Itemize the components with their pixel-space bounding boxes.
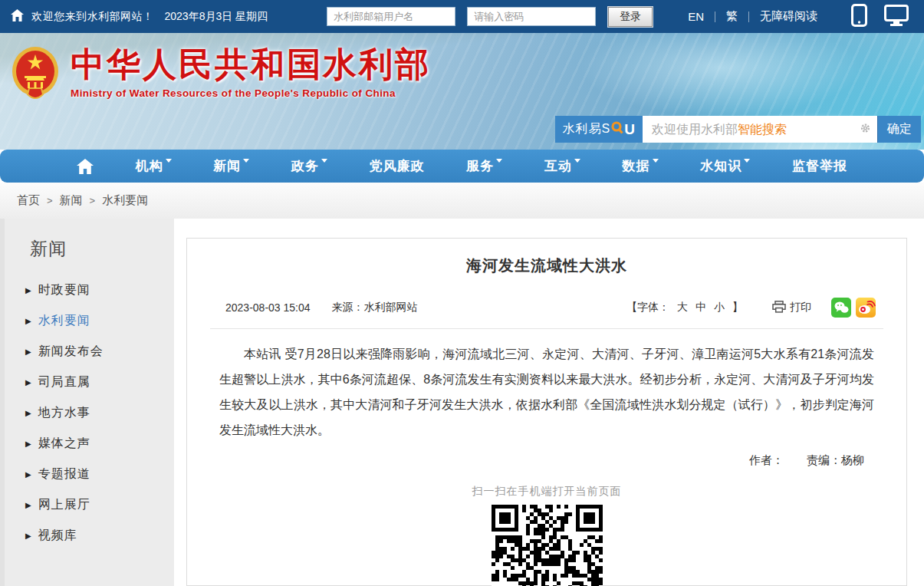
breadcrumb: 首页 > 新闻 > 水利要闻 [0, 183, 924, 219]
article-datetime: 2023-08-03 15:04 [225, 301, 311, 314]
qr-code [492, 505, 603, 586]
triangle-icon: ▶ [25, 532, 31, 540]
mobile-icon[interactable] [851, 4, 867, 29]
chevron-down-icon [574, 159, 580, 163]
sidebar-item-video-library[interactable]: ▶视频库 [25, 520, 174, 551]
nav-item-party[interactable]: 党风廉政 [370, 157, 425, 175]
sidebar-item-online-gallery[interactable]: ▶网上展厅 [25, 489, 174, 520]
qr-caption: 扫一扫在手机端打开当前页面 [187, 485, 906, 499]
sidebar-item-water-news[interactable]: ▶水利要闻 [25, 305, 174, 336]
triangle-icon: ▶ [25, 347, 31, 356]
search-input[interactable] [643, 116, 877, 143]
chevron-down-icon [653, 159, 659, 163]
national-emblem-logo [11, 45, 60, 104]
gear-icon[interactable] [860, 122, 871, 137]
welcome-text: 欢迎您来到水利部网站！ [31, 10, 154, 24]
meta-divider [210, 328, 883, 329]
article-title: 海河发生流域性大洪水 [187, 255, 906, 276]
article-source: 来源：水利部网站 [332, 301, 418, 314]
triangle-icon: ▶ [25, 501, 31, 509]
nav-item-data[interactable]: 数据 [623, 157, 659, 175]
nav-item-orgs[interactable]: 机构 [136, 157, 172, 175]
nav-item-govaffairs[interactable]: 政务 [291, 157, 327, 175]
nav-item-news[interactable]: 新闻 [213, 157, 249, 175]
accessibility-link[interactable]: 无障碍阅读 [760, 9, 817, 24]
print-button[interactable]: 打印 [772, 301, 811, 315]
sidebar-item-special-reports[interactable]: ▶专题报道 [25, 459, 174, 489]
sidebar-item-current-affairs[interactable]: ▶时政要闻 [25, 275, 174, 305]
font-size-control: 【字体： 大 中 小 】 [626, 301, 743, 314]
sidebar-item-departments[interactable]: ▶司局直属 [25, 367, 174, 397]
breadcrumb-news[interactable]: 新闻 [60, 193, 83, 208]
triangle-icon: ▶ [25, 317, 31, 325]
sidebar-item-local-water[interactable]: ▶地方水事 [25, 397, 174, 428]
sidebar: 新闻 ▶时政要闻 ▶水利要闻 ▶新闻发布会 ▶司局直属 ▶地方水事 ▶媒体之声 … [0, 219, 174, 586]
nav-item-interact[interactable]: 互动 [544, 157, 580, 175]
divider [748, 12, 749, 22]
article-body: 本站讯 受7月28日以来强降雨影响，海河流域北三河、永定河、大清河、子牙河、漳卫… [219, 341, 874, 443]
search-submit-button[interactable]: 确定 [877, 116, 921, 143]
mail-password-input[interactable] [467, 7, 596, 26]
site-brand: 中华人民共和国水利部 Ministry of Water Resources o… [11, 45, 431, 104]
triangle-icon: ▶ [25, 378, 31, 387]
lang-en-link[interactable]: EN [688, 10, 704, 23]
font-large-button[interactable]: 大 [677, 301, 688, 314]
sidebar-item-media-voice[interactable]: ▶媒体之声 [25, 428, 174, 459]
current-date: 2023年8月3日 星期四 [165, 10, 268, 24]
site-title: 中华人民共和国水利部 [71, 45, 431, 84]
printer-icon [772, 301, 786, 315]
qr-section: 扫一扫在手机端打开当前页面 [187, 485, 906, 586]
chevron-down-icon [744, 159, 750, 163]
topbar: 欢迎您来到水利部网站！ 2023年8月3日 星期四 登录 EN 繁 无障碍阅读 [0, 0, 924, 33]
article-container: 海河发生流域性大洪水 2023-08-03 15:04 来源：水利部网站 【字体… [186, 238, 907, 586]
nav-home[interactable] [77, 159, 94, 174]
nav-item-supervision[interactable]: 监督举报 [792, 157, 847, 175]
chevron-down-icon [243, 159, 249, 163]
site-subtitle: Ministry of Water Resources of the Peopl… [71, 87, 431, 99]
nav-item-knowledge[interactable]: 水知识 [700, 157, 750, 175]
header-banner: 中华人民共和国水利部 Ministry of Water Resources o… [0, 33, 924, 150]
main-area: 海河发生流域性大洪水 2023-08-03 15:04 来源：水利部网站 【字体… [174, 219, 924, 586]
article-meta: 2023-08-03 15:04 来源：水利部网站 【字体： 大 中 小 】 打… [225, 298, 876, 318]
wechat-share-icon[interactable] [831, 298, 851, 318]
magnifier-icon [611, 121, 623, 138]
font-small-button[interactable]: 小 [714, 301, 725, 314]
login-button[interactable]: 登录 [608, 7, 653, 27]
main-nav: 机构 新闻 政务 党风廉政 服务 互动 数据 水知识 监督举报 [0, 150, 924, 183]
sidebar-title: 新闻 [30, 237, 174, 261]
search-bar: 水利易SU 欢迎使用水利部智能搜索 确定 [555, 116, 921, 143]
chevron-down-icon [496, 159, 502, 163]
chevron-down-icon [321, 159, 327, 163]
author-label: 作者： [749, 453, 784, 466]
breadcrumb-home[interactable]: 首页 [17, 193, 40, 208]
editor-label: 责编：杨柳 [807, 453, 864, 466]
sidebar-item-press-conference[interactable]: ▶新闻发布会 [25, 336, 174, 367]
triangle-icon: ▶ [25, 286, 31, 295]
triangle-icon: ▶ [25, 440, 31, 448]
breadcrumb-current: 水利要闻 [102, 193, 148, 208]
search-brand-label: 水利易SU [555, 116, 643, 143]
lang-traditional-link[interactable]: 繁 [726, 9, 738, 24]
home-icon[interactable] [11, 9, 24, 24]
divider [715, 12, 715, 22]
font-medium-button[interactable]: 中 [695, 301, 706, 314]
weibo-share-icon[interactable] [856, 298, 876, 318]
triangle-icon: ▶ [25, 470, 31, 479]
nav-item-services[interactable]: 服务 [466, 157, 502, 175]
triangle-icon: ▶ [25, 409, 31, 417]
mail-username-input[interactable] [327, 7, 455, 26]
desktop-icon[interactable] [884, 5, 909, 28]
article-byline: 作者： 责编：杨柳 [187, 453, 864, 468]
chevron-down-icon [166, 159, 172, 163]
